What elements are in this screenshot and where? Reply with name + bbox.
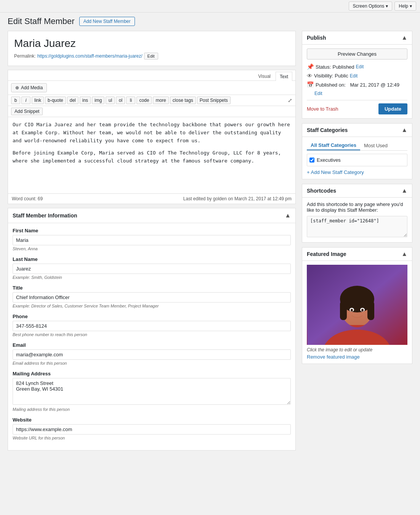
visibility-value: Public (335, 73, 348, 79)
published-value: Mar 21, 2017 @ 12:49 (350, 82, 399, 88)
top-bar: Screen Options ▾ Help ▾ (0, 0, 420, 13)
published-row: 📅 Published on: Mar 21, 2017 @ 12:49 (307, 81, 407, 88)
featured-image[interactable] (307, 265, 407, 345)
post-title-box: Permalink: https://goldplugins.com/staff… (8, 31, 296, 66)
title-hint: Example: Director of Sales, Customer Ser… (13, 304, 291, 308)
tab-all-categories[interactable]: All Staff Categories (307, 141, 360, 150)
first-name-label: First Name (13, 228, 291, 233)
published-edit-link[interactable]: Edit (314, 91, 322, 96)
website-hint: Website URL for this person (13, 436, 291, 440)
shortcode-textarea[interactable]: [staff_member id="12648"] (307, 216, 407, 237)
tab-most-used[interactable]: Most Used (360, 141, 391, 150)
toolbar-ol[interactable]: ol (116, 97, 125, 104)
first-name-field: First Name Steven, Anna (13, 228, 291, 251)
email-hint: Email address for this person (13, 361, 291, 365)
executives-checkbox[interactable] (309, 158, 314, 163)
help-button[interactable]: Help ▾ (394, 2, 416, 11)
staff-info-toggle-icon: ▲ (285, 212, 291, 219)
last-edited-label: Last edited by golden on March 21, 2017 … (183, 196, 292, 201)
categories-panel: Staff Categories ▲ All Staff Categories … (302, 123, 412, 179)
shortcodes-panel: Shortcodes ▲ Add this shortcode to any p… (302, 184, 412, 243)
sidebar: Publish ▲ Preview Changes 📌 Status: Publ… (302, 31, 412, 369)
publish-toggle-icon: ▲ (401, 34, 407, 41)
toolbar-del[interactable]: del (67, 97, 79, 104)
publish-title: Publish (307, 35, 326, 41)
add-category-link[interactable]: + Add New Staff Category (307, 169, 364, 175)
add-snippet-button[interactable]: Add Snippet (11, 108, 43, 115)
phone-label: Phone (13, 314, 291, 319)
editor-toolbar-row2: Add Snippet (8, 106, 295, 117)
toolbar-code[interactable]: code (136, 97, 152, 104)
toolbar-img[interactable]: img (92, 97, 104, 104)
publish-panel-header[interactable]: Publish ▲ (302, 31, 412, 45)
add-media-button[interactable]: ⊕ Add Media (11, 83, 47, 92)
status-edit-link[interactable]: Edit (356, 64, 364, 69)
category-tabs: All Staff Categories Most Used (307, 141, 407, 151)
toolbar-bquote[interactable]: b-quote (45, 97, 66, 104)
publish-panel-body: Preview Changes 📌 Status: Published Edit… (302, 45, 412, 118)
website-input[interactable] (13, 424, 291, 435)
toolbar-bold[interactable]: b (11, 97, 20, 104)
visibility-label: Visibility: (314, 73, 333, 79)
featured-image-panel: Featured Image ▲ (302, 247, 412, 364)
toolbar-italic[interactable]: i (21, 97, 30, 104)
featured-image-header[interactable]: Featured Image ▲ (302, 248, 412, 261)
svg-point-10 (361, 309, 364, 312)
status-value: Published (332, 64, 354, 70)
featured-image-caption: Click the image to edit or update (307, 347, 407, 352)
permalink-link[interactable]: https://goldplugins.com/staff-members/ma… (37, 53, 143, 59)
tab-text[interactable]: Text (276, 72, 292, 81)
shortcodes-title: Shortcodes (307, 188, 336, 194)
post-title-input[interactable] (14, 37, 289, 50)
status-icon: 📌 (307, 63, 314, 70)
address-textarea[interactable]: 824 Lynch Street Green Bay, WI 54301 (13, 378, 291, 405)
title-input[interactable] (13, 292, 291, 303)
permalink-label: Permalink: (14, 53, 36, 59)
svg-rect-6 (367, 301, 374, 320)
categories-toggle-icon: ▲ (401, 127, 407, 134)
permalink-row: Permalink: https://goldplugins.com/staff… (14, 53, 289, 60)
editor-para1: Our CIO Maria Juarez and her team provid… (13, 121, 291, 145)
editor-content-area[interactable]: Our CIO Maria Juarez and her team provid… (8, 117, 295, 193)
last-name-input[interactable] (13, 264, 291, 274)
toolbar-close-tags[interactable]: close tags (170, 97, 196, 104)
word-count-label: Word count: 69 (12, 196, 43, 201)
editor-box: Visual Text ⊕ Add Media b i link b-quote… (8, 70, 296, 204)
visibility-edit-link[interactable]: Edit (350, 73, 358, 79)
add-new-button[interactable]: Add New Staff Member (79, 17, 135, 26)
address-field: Mailing Address 824 Lynch Street Green B… (13, 371, 291, 412)
staff-info-title: Staff Member Information (13, 212, 77, 219)
first-name-hint: Steven, Anna (13, 246, 291, 251)
toolbar-li[interactable]: li (126, 97, 135, 104)
trash-link[interactable]: Move to Trash (307, 106, 338, 112)
toolbar-ins[interactable]: ins (80, 97, 91, 104)
categories-panel-header[interactable]: Staff Categories ▲ (302, 124, 412, 137)
shortcodes-panel-header[interactable]: Shortcodes ▲ (302, 184, 412, 198)
screen-options-button[interactable]: Screen Options ▾ (349, 2, 393, 11)
staff-info-metabox: Staff Member Information ▲ First Name St… (8, 208, 296, 451)
permalink-edit-button[interactable]: Edit (144, 53, 158, 60)
svg-point-9 (351, 309, 353, 312)
first-name-input[interactable] (13, 235, 291, 245)
staff-info-body: First Name Steven, Anna Last Name Exampl… (8, 223, 295, 450)
shortcodes-toggle-icon: ▲ (401, 187, 407, 194)
toolbar-ul[interactable]: ul (106, 97, 115, 104)
featured-image-svg (307, 265, 407, 345)
toolbar-expand-button[interactable]: ⤢ (288, 97, 292, 103)
staff-info-header[interactable]: Staff Member Information ▲ (8, 208, 295, 223)
calendar-icon: 📅 (307, 81, 314, 88)
tab-visual[interactable]: Visual (254, 72, 275, 80)
preview-changes-button[interactable]: Preview Changes (307, 48, 407, 60)
toolbar-post-snippets[interactable]: Post Snippets (197, 97, 231, 104)
update-button[interactable]: Update (378, 103, 407, 114)
status-row: 📌 Status: Published Edit (307, 63, 407, 70)
toolbar-more[interactable]: more (153, 97, 168, 104)
last-name-label: Last Name (13, 256, 291, 262)
email-label: Email (13, 342, 291, 348)
categories-panel-body: All Staff Categories Most Used Executive… (302, 137, 412, 179)
remove-featured-image-link[interactable]: Remove featured image (307, 354, 360, 360)
email-input[interactable] (13, 349, 291, 360)
toolbar-link[interactable]: link (32, 97, 44, 104)
visibility-icon: 👁 (307, 72, 313, 79)
phone-input[interactable] (13, 321, 291, 331)
